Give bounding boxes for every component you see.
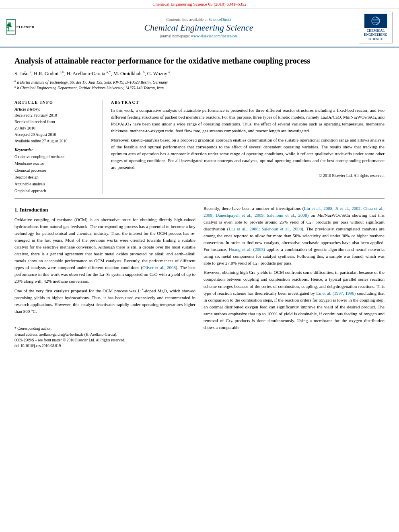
doi-note: doi:10.1016/j.ces.2010.08.019 [14,343,195,349]
body-left-column: 1. Introduction Oxidative coupling of me… [14,205,195,349]
revised-date: 29 July 2010 [14,125,97,131]
body-right-paragraph-2: However, obtaining high C₂₊ yields in OC… [204,269,385,331]
journal-citation-bar: Chemical Engineering Science 65 (2010) 6… [0,0,399,8]
article-info-panel: ARTICLE INFO Article history: Received 2… [14,100,103,194]
journal-header-center: Contents lists available at ScienceDirec… [43,17,354,38]
abstract-text: In this work, a comparative analysis of … [111,107,385,171]
homepage-label: journal homepage: [160,34,190,38]
article-dates: Received 2 February 2010 Received in rev… [14,112,97,144]
keyword-5: Attainable analysis [14,181,97,187]
corresponding-author-note: * Corresponding author. [14,326,195,331]
keywords-label: Keywords: [14,148,97,152]
body-content: 1. Introduction Oxidative coupling of me… [14,205,385,349]
ce-logo-icon-svg [364,14,387,28]
keyword-2: Membrane reactor [14,160,97,167]
issn-note: 0009-2509/$ – see front matter © 2010 El… [14,337,195,343]
history-label: Article history: [14,107,97,111]
elsevier-logo-svg: ELSEVIER [6,19,37,35]
ref-danesh-2009[interactable]: Daneshpayeh et al., 2009 [216,213,263,218]
journal-title: Chemical Engineering Science [43,23,354,33]
authors-line: S. Jašo a, H.R. Godini a,b, H. Arellano-… [14,70,385,77]
ref-huang-2003[interactable]: Huang et al. (2003) [229,247,265,252]
svg-rect-0 [7,31,14,31]
article-info-abstract-section: ARTICLE INFO Article history: Received 2… [14,96,385,199]
accepted-date: Accepted 20 August 2010 [14,131,97,138]
ref-salehoun-2008b[interactable]: Salehoun et al., 2008 [262,226,302,231]
ref-lu-1997[interactable]: Lu et al. (1997, 1996) [316,291,356,296]
keyword-6: Graphical approach [14,187,97,194]
sciencedirect-link[interactable]: ScienceDirect [208,17,231,22]
article-container: Analysis of attainable reactor performan… [0,47,399,357]
received-revised: Received in revised form [14,119,97,125]
keyword-3: Chemical processes [14,167,97,174]
section1-title: 1. Introduction [14,207,195,213]
affiliation-a: a a Berlin Institute of Technology, Str.… [14,79,385,84]
abstract-panel: ABSTRACT In this work, a comparative ana… [111,100,385,194]
received-date: Received 2 February 2010 [14,112,97,119]
affiliation-b: b b Chemical Engineering Department, Tar… [14,85,385,90]
body-right-paragraph-1: Recently, there have been a number of in… [204,205,385,267]
authors-text: S. Jašo a, H.R. Godini a,b, H. Arellano-… [14,71,170,76]
journal-header: ELSEVIER Contents lists available at Sci… [0,8,399,47]
keyword-1: Oxidative coupling of methane [14,153,97,160]
copyright-line: © 2010 Elsevier Ltd. All rights reserved… [111,173,385,178]
section1-number: 1. [14,207,19,213]
contents-text: Contents lists available at [166,17,207,22]
body-paragraph-2: One of the very first catalysts proposed… [14,287,195,315]
ref-ji-2002[interactable]: Ji et al., 2002 [335,206,360,211]
section1-title-text: Introduction [20,207,48,213]
keywords-list: Oxidative coupling of methane Membrane r… [14,153,97,194]
svg-text:ELSEVIER: ELSEVIER [16,25,35,29]
ref-salehoun-2008[interactable]: Salehoun et al., 2008 [267,213,307,218]
elsevier-logo: ELSEVIER [6,19,39,36]
homepage-link[interactable]: www.elsevier.com/locate/ces [191,34,238,38]
abstract-paragraph-2: Moreover, kinetic–analysis based on a pr… [111,137,385,171]
available-online: Available online 27 August 2010 [14,138,97,144]
email-note: E-mail address: arellano-garcia@tu-berli… [14,332,195,337]
article-info-heading: ARTICLE INFO [14,100,97,105]
homepage-line: journal homepage: www.elsevier.com/locat… [43,34,354,38]
ce-logo-line2: ENGINEERING [364,33,387,37]
body-paragraph-1: Oxidative coupling of methane (OCM) is a… [14,216,195,285]
abstract-paragraph-1: In this work, a comparative analysis of … [111,107,385,134]
abstract-heading: ABSTRACT [111,100,385,105]
journal-citation-text: Chemical Engineering Science 65 (2010) 6… [152,2,247,6]
ref-oliver-2008[interactable]: Oliver et al., 2008 [142,265,176,270]
article-title: Analysis of attainable reactor performan… [14,55,385,66]
ce-logo-line1: CHEMICAL [367,29,385,33]
ce-logo-line3: SCIENCE [368,37,383,41]
keyword-4: Reactor design [14,174,97,181]
footnotes-section: * Corresponding author. E-mail address: … [14,323,195,349]
contents-available: Contents lists available at ScienceDirec… [43,17,354,22]
ce-science-logo: CHEMICAL ENGINEERING SCIENCE [359,12,393,43]
affiliations: a a Berlin Institute of Technology, Str.… [14,79,385,90]
ref-liu-2008b[interactable]: Liu et al., 2008 [229,226,259,231]
body-right-column: Recently, there have been a number of in… [204,205,385,349]
ref-liu-2008[interactable]: Liu et al., 2008 [304,206,332,211]
